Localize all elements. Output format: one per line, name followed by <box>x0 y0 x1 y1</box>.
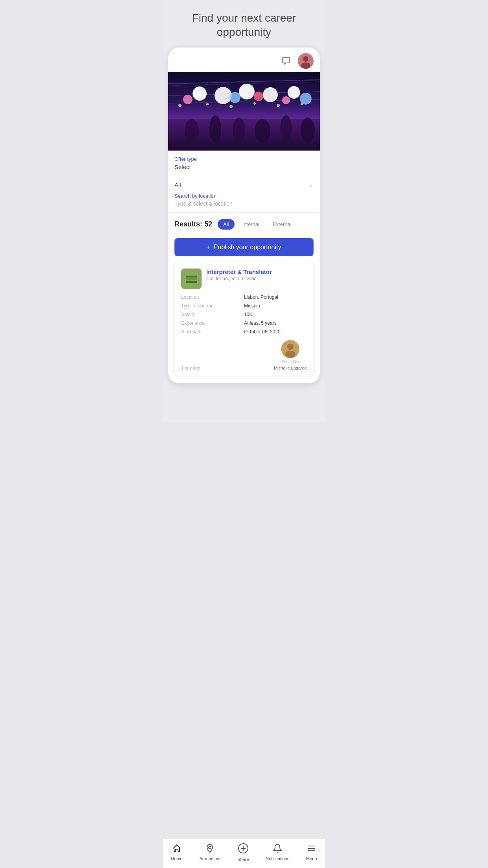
contract-label: Type of contract <box>181 303 244 309</box>
svg-rect-33 <box>186 276 197 278</box>
svg-point-24 <box>185 119 199 143</box>
svg-point-9 <box>239 84 255 99</box>
start-date-value: October 06, 2020 <box>244 329 307 335</box>
job-details: Location Lisbon, Portugal Type of contra… <box>181 294 307 335</box>
offer-type-label: Offer type <box>174 156 314 162</box>
svg-point-16 <box>282 96 290 104</box>
job-subtitle: Call for project / mission <box>206 276 307 281</box>
svg-point-13 <box>229 92 240 103</box>
job-title: Interpreter & Translator <box>206 268 307 275</box>
hero-title: Find your next career opportunity <box>163 0 325 48</box>
svg-point-27 <box>255 119 270 143</box>
svg-point-28 <box>280 115 292 143</box>
contract-value: Mission <box>244 303 307 309</box>
tab-external[interactable]: External <box>267 219 297 230</box>
svg-point-22 <box>301 103 303 105</box>
svg-point-39 <box>285 351 295 358</box>
svg-point-38 <box>287 344 294 350</box>
svg-point-10 <box>263 87 278 102</box>
time-ago: 1 day ago <box>181 366 200 370</box>
svg-point-7 <box>193 86 207 101</box>
chat-icon[interactable] <box>279 54 293 68</box>
banner-image <box>168 72 320 151</box>
svg-point-15 <box>300 93 312 105</box>
poster-avatar <box>281 340 299 358</box>
user-avatar[interactable] <box>298 53 314 69</box>
posted-by-label: Posted by <box>282 360 299 364</box>
location-filter-input[interactable]: Type & select a location <box>174 200 314 207</box>
svg-point-19 <box>229 105 233 108</box>
filter-section: All ⌄ Search by location Type & select a… <box>168 176 320 213</box>
job-logo <box>181 268 202 289</box>
svg-point-8 <box>215 87 232 104</box>
svg-rect-34 <box>186 278 197 280</box>
start-date-label: Start date <box>181 329 244 335</box>
svg-point-26 <box>233 118 245 143</box>
salary-label: Salary <box>181 312 244 317</box>
poster-name: Michelle Lagarde <box>274 366 307 370</box>
chevron-down-icon: ⌄ <box>309 182 314 188</box>
results-section: Results: 52 All Internal External <box>168 213 320 238</box>
category-filter-value: All <box>174 182 181 188</box>
results-count: Results: 52 <box>174 220 212 228</box>
svg-rect-0 <box>283 57 290 63</box>
tab-internal[interactable]: Internal <box>237 219 265 230</box>
job-title-area: Interpreter & Translator Call for projec… <box>206 268 307 289</box>
svg-point-25 <box>209 115 221 143</box>
filter-tabs: All Internal External <box>218 219 297 230</box>
category-filter-row[interactable]: All ⌄ <box>174 182 314 188</box>
publish-plus-icon: + <box>207 244 211 251</box>
svg-rect-35 <box>186 281 197 283</box>
offer-type-section[interactable]: Offer type Select <box>168 151 320 176</box>
job-card-header: Interpreter & Translator Call for projec… <box>181 268 307 289</box>
svg-point-29 <box>301 118 315 143</box>
location-value: Lisbon, Portugal <box>244 294 307 300</box>
publish-opportunity-button[interactable]: + Publish your opportunity <box>174 238 314 256</box>
svg-point-11 <box>288 86 300 99</box>
svg-point-20 <box>253 102 256 105</box>
phone-card: Offer type Select All ⌄ Search by locati… <box>168 48 320 383</box>
card-header <box>168 48 320 72</box>
location-label: Location <box>181 294 244 300</box>
experience-label: Experience <box>181 320 244 326</box>
tab-all[interactable]: All <box>218 219 234 230</box>
posted-by-area: Posted by Michelle Lagarde <box>274 340 307 370</box>
location-filter-label: Search by location <box>174 193 314 199</box>
svg-point-17 <box>178 104 182 107</box>
salary-value: 10K <box>244 312 307 317</box>
job-card[interactable]: Interpreter & Translator Call for projec… <box>174 262 314 377</box>
offer-type-select[interactable]: Select <box>174 164 314 170</box>
svg-point-21 <box>277 104 280 107</box>
publish-btn-label: Publish your opportunity <box>214 244 281 251</box>
svg-point-18 <box>206 103 209 105</box>
svg-rect-36 <box>185 274 198 276</box>
svg-point-14 <box>254 92 263 101</box>
svg-point-3 <box>301 63 310 69</box>
experience-value: At least 5 years <box>244 320 307 326</box>
results-header: Results: 52 All Internal External <box>174 219 314 230</box>
job-card-footer: 1 day ago Posted by Michelle Lagarde <box>181 340 307 370</box>
svg-point-2 <box>303 56 308 62</box>
svg-point-12 <box>183 95 193 104</box>
